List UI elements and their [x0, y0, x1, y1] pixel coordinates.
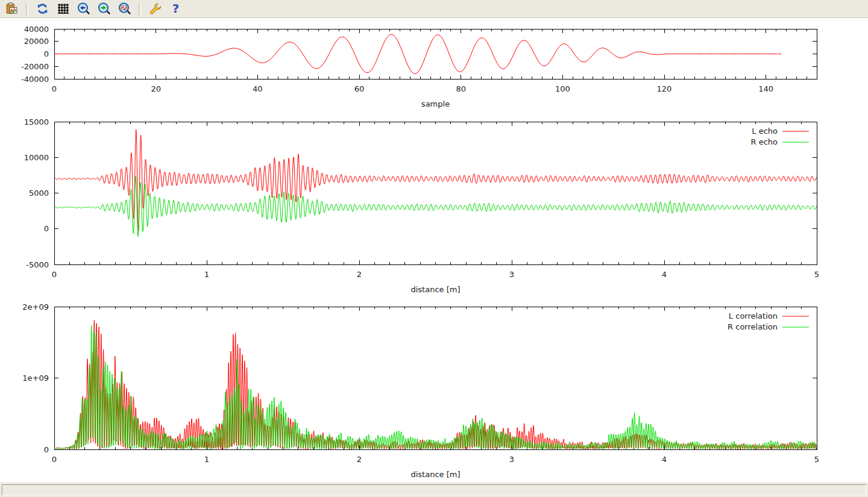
plot-frame [54, 122, 817, 264]
configure-wrench-icon [148, 2, 162, 16]
series-l-correlation [54, 320, 817, 449]
y-tick-label: 20000 [24, 37, 49, 46]
series-group [54, 130, 817, 237]
axis-ticks [54, 307, 817, 449]
waveform-chart[interactable]: 020406080100120140-40000-200000200004000… [0, 19, 868, 114]
y-tick-label: 0 [44, 49, 49, 58]
configure-button[interactable] [147, 1, 163, 16]
series-l-echo [54, 130, 817, 231]
x-tick-label: 5 [814, 270, 819, 279]
series-transmitted-ping [54, 34, 781, 73]
zoom-previous-button[interactable] [75, 1, 92, 16]
x-axis-label: distance [m] [410, 285, 460, 294]
help-button[interactable]: ? [168, 1, 184, 16]
series-group [54, 34, 781, 73]
y-tick-label: 5000 [29, 189, 49, 198]
x-tick-label: 4 [662, 455, 667, 464]
series-r-correlation [54, 325, 817, 449]
autoscale-icon [118, 2, 131, 16]
legend-label: R correlation [728, 322, 778, 331]
correlation-chart[interactable]: 01234501e+092e+09distance [m]L correlati… [0, 298, 868, 482]
status-bar-field [2, 484, 866, 495]
y-tick-label: -40000 [21, 75, 49, 84]
x-tick-label: 0 [52, 455, 57, 464]
copy-to-clipboard-button[interactable] [4, 1, 20, 16]
x-axis-label: distance [m] [410, 470, 460, 479]
status-bar [0, 482, 868, 497]
x-tick-label: 5 [814, 455, 819, 464]
svg-text:?: ? [172, 2, 180, 16]
x-tick-label: 3 [509, 270, 514, 279]
x-tick-label: 20 [151, 84, 161, 93]
toggle-grid-button[interactable] [55, 1, 71, 16]
toolbar-separator [26, 2, 28, 15]
toolbar-separator [139, 2, 141, 15]
x-tick-label: 120 [657, 84, 672, 93]
y-tick-label: -20000 [21, 62, 49, 71]
x-tick-label: 0 [52, 270, 57, 279]
echo-chart[interactable]: 012345-5000050001000015000distance [m]L … [0, 114, 868, 298]
zoom-next-icon [97, 2, 111, 16]
x-tick-label: 40 [253, 84, 263, 93]
x-tick-label: 1 [204, 270, 209, 279]
gnuplot-window: ? 020406080100120140-40000-2000002000040… [0, 0, 868, 497]
series-group [54, 320, 817, 449]
x-tick-label: 60 [354, 84, 365, 93]
y-tick-label: -5000 [26, 260, 49, 269]
zoom-next-button[interactable] [96, 1, 112, 16]
x-tick-label: 140 [758, 84, 773, 93]
legend-label: R echo [750, 137, 778, 146]
replot-button[interactable] [34, 1, 51, 16]
zoom-previous-icon [77, 2, 90, 16]
y-tick-label: 0 [44, 445, 49, 454]
y-tick-label: 40000 [24, 25, 49, 34]
copy-to-clipboard-icon [5, 2, 19, 16]
x-tick-label: 0 [52, 84, 57, 93]
y-tick-label: 2e+09 [22, 302, 49, 311]
y-tick-label: 1e+09 [22, 374, 49, 383]
y-tick-label: 0 [44, 224, 49, 233]
plot-frame [54, 307, 817, 449]
axis-ticks [54, 122, 817, 264]
x-tick-label: 2 [357, 455, 362, 464]
legend-label: L correlation [729, 311, 778, 320]
y-tick-label: 15000 [24, 117, 49, 127]
x-tick-label: 2 [357, 270, 362, 279]
x-axis-label: sample [421, 99, 450, 108]
y-tick-label: 10000 [24, 153, 49, 162]
toggle-grid-icon [56, 2, 70, 16]
replot-refresh-icon [36, 2, 49, 16]
x-tick-label: 80 [456, 84, 466, 93]
x-tick-label: 4 [662, 270, 667, 279]
toolbar: ? [0, 0, 868, 18]
series-r-echo [54, 176, 817, 237]
x-tick-label: 3 [509, 455, 514, 464]
help-icon: ? [169, 2, 183, 16]
legend-label: L echo [752, 127, 778, 136]
x-tick-label: 1 [204, 455, 209, 464]
x-tick-label: 100 [555, 84, 570, 93]
autoscale-button[interactable] [116, 1, 133, 16]
